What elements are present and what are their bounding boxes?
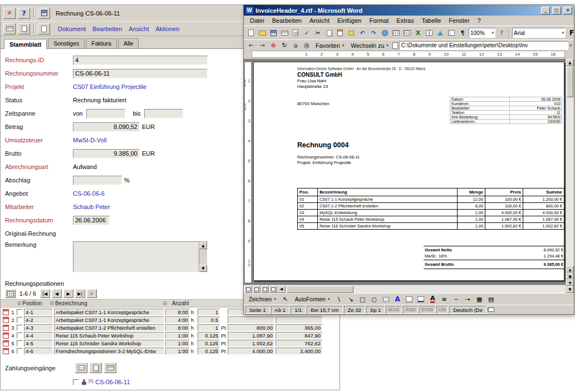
- rechnungsdatum-input[interactable]: 26.06.2006: [73, 216, 110, 225]
- normal-view-button[interactable]: [244, 286, 252, 293]
- format-painter-button[interactable]: [346, 28, 356, 38]
- shadow-icon[interactable]: ▦: [474, 294, 484, 304]
- copy-payment-button[interactable]: [90, 363, 102, 373]
- line-color-icon[interactable]: [416, 294, 426, 304]
- bezeichnung-cell[interactable]: Fremdrechnungspositionen 3-2 MySQL-Entw: [54, 348, 164, 355]
- scroll-down-icon[interactable]: ▼: [566, 286, 574, 293]
- faktor-cell[interactable]: 0.125: [198, 332, 220, 339]
- scroll-up-icon[interactable]: ▲: [566, 59, 574, 66]
- menu-tabelle[interactable]: Tabelle: [417, 17, 445, 24]
- scroll-left-icon[interactable]: ◀: [277, 286, 286, 293]
- summe-cell[interactable]: 847,90: [276, 332, 322, 339]
- tables-borders-button[interactable]: [391, 28, 401, 38]
- memo-scrollbar[interactable]: ▲ ▼: [199, 242, 207, 272]
- preis-cell[interactable]: 1.087,90: [228, 332, 274, 339]
- new-document-button[interactable]: [246, 28, 256, 38]
- oval-icon[interactable]: ○: [369, 294, 379, 304]
- anzahl-cell[interactable]: 8:00: [165, 309, 190, 316]
- preis-cell[interactable]: 800,00: [228, 324, 274, 331]
- maximize-button[interactable]: □: [552, 7, 561, 14]
- position-row-icon[interactable]: [3, 309, 9, 315]
- menu-aktionen[interactable]: Aktionen: [155, 26, 179, 32]
- projekt-link[interactable]: CS07 Einführung Projectile: [73, 83, 146, 90]
- bezeichnung-cell[interactable]: Arbeitspaket CS07.1-1 Konzeptgespräche: [54, 316, 164, 324]
- summe-cell[interactable]: [276, 316, 322, 324]
- refresh-button[interactable]: ↻: [279, 41, 289, 51]
- anzahl-cell[interactable]: 1:00: [165, 332, 190, 339]
- sort-icon[interactable]: [163, 301, 167, 305]
- copy-button[interactable]: [18, 23, 30, 34]
- printlayout-view-button[interactable]: [261, 286, 269, 293]
- font-select[interactable]: Arial ▾: [512, 28, 566, 38]
- document-map-button[interactable]: [446, 28, 456, 38]
- save-button[interactable]: [38, 8, 50, 19]
- scrollbar-thumb[interactable]: [567, 67, 573, 97]
- font-color-icon[interactable]: A: [427, 294, 438, 304]
- new-document-button[interactable]: [38, 23, 50, 34]
- select-pointer-icon[interactable]: ↖: [281, 294, 291, 304]
- position-cell[interactable]: 4-3: [24, 324, 53, 331]
- next-page-icon[interactable]: ▼: [566, 279, 574, 286]
- add-payment-button[interactable]: [75, 363, 87, 373]
- payment-link[interactable]: CS-06-06-11: [95, 379, 130, 385]
- print-button[interactable]: [279, 28, 289, 38]
- faktor-cell[interactable]: 0.125: [198, 348, 220, 355]
- show-paragraph-button[interactable]: ¶: [458, 28, 468, 38]
- column-header-bezeichnung[interactable]: Bezeichnung: [55, 300, 162, 306]
- menu-ansicht[interactable]: Ansicht: [306, 17, 333, 24]
- prev-page-button[interactable]: ◀: [52, 289, 62, 298]
- arrow-style-icon[interactable]: ⇢: [463, 294, 473, 304]
- bezeichnung-cell[interactable]: Reise 115 Schaub Peter Workshop: [54, 332, 164, 339]
- close-button[interactable]: ✕: [3, 8, 16, 19]
- scrollbar-track[interactable]: [566, 98, 574, 266]
- insert-excel-button[interactable]: X: [413, 28, 423, 38]
- first-page-button[interactable]: |◀: [40, 289, 50, 298]
- menu-einfuegen[interactable]: Einfügen: [333, 17, 365, 24]
- document-page[interactable]: Information Desire Software GmbH · An de…: [253, 62, 564, 281]
- faktor-cell[interactable]: 0.5: [198, 316, 220, 324]
- threed-icon[interactable]: ▤: [486, 294, 496, 304]
- zeichnen-button[interactable]: Zeichnen ▾: [246, 295, 279, 304]
- scroll-down-icon[interactable]: ▼: [199, 265, 207, 272]
- bemerkung-textarea[interactable]: ▲ ▼: [73, 241, 208, 272]
- abschlag-input[interactable]: [73, 176, 122, 185]
- sort-icon[interactable]: [50, 301, 54, 305]
- summe-cell[interactable]: 3.400,00: [276, 348, 322, 355]
- minimize-button[interactable]: _: [541, 7, 550, 14]
- weblayout-view-button[interactable]: [253, 286, 261, 293]
- faktor-cell[interactable]: 0.125: [198, 340, 220, 347]
- anzahl-cell[interactable]: 1:00: [165, 348, 190, 355]
- bold-button[interactable]: F: [567, 28, 575, 38]
- rectangle-icon[interactable]: □: [357, 294, 367, 304]
- position-cell[interactable]: 4-5: [24, 340, 53, 347]
- tab-stammblatt[interactable]: Stammblatt: [4, 39, 47, 49]
- textbox-icon[interactable]: [381, 294, 391, 304]
- position-cell[interactable]: 4-2: [24, 316, 53, 324]
- status-flag-erw[interactable]: ERW: [419, 306, 435, 314]
- cut-button[interactable]: ✂: [313, 28, 323, 38]
- home-button[interactable]: ⌂: [291, 41, 301, 51]
- menu-bearbeiten[interactable]: Bearbeiten: [268, 17, 306, 24]
- row-checkbox[interactable]: [17, 333, 23, 339]
- position-row-icon[interactable]: [3, 317, 9, 323]
- faktor-cell[interactable]: 1: [198, 324, 220, 331]
- select-all-button[interactable]: ✓: [87, 289, 97, 298]
- menu-format[interactable]: Format: [365, 17, 392, 24]
- goto-button[interactable]: Wechseln zu ▾: [348, 41, 391, 50]
- preis-cell[interactable]: [228, 316, 274, 324]
- umsatzsteuer-link[interactable]: MwSt-D-Voll: [73, 137, 107, 143]
- position-row-icon[interactable]: [3, 340, 9, 346]
- position-cell[interactable]: 4-6: [24, 348, 53, 355]
- insert-table-button[interactable]: [402, 28, 412, 38]
- row-checkbox[interactable]: [17, 348, 23, 354]
- save-button[interactable]: [268, 28, 278, 38]
- horizontal-ruler[interactable]: 1 2 3 4 5 6 7 8 9 10 11 12 13 14 15 16 1…: [244, 51, 574, 59]
- payment-checkbox[interactable]: [73, 379, 79, 385]
- status-flag-mak[interactable]: MAK: [386, 306, 402, 314]
- wordart-icon[interactable]: A: [392, 294, 402, 304]
- anzahl-cell[interactable]: 1:00: [165, 340, 190, 347]
- print-preview-button[interactable]: [291, 28, 301, 38]
- menu-fenster[interactable]: Fenster: [445, 17, 473, 24]
- menu-extras[interactable]: Extras: [392, 17, 417, 24]
- stop-button[interactable]: ⊗: [268, 41, 278, 51]
